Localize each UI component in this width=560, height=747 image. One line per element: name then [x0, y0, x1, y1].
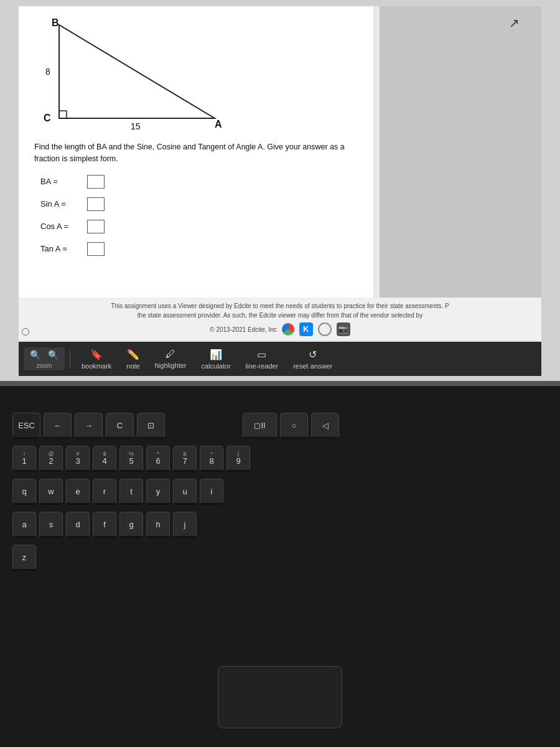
key-9-main: 9 [236, 457, 240, 465]
ba-input[interactable] [87, 175, 105, 189]
zoom-out-button[interactable]: 🔍 [27, 349, 43, 361]
key-1[interactable]: ! 1 [12, 446, 36, 472]
key-screenshot[interactable]: ⊡ [137, 413, 165, 439]
key-8[interactable]: * 8 [200, 446, 223, 472]
highlighter-label: highlighter [155, 362, 187, 369]
toolbar: 🔍 🔍 zoom 🔖 bookmark ✏️ note 🖊 highlighte… [19, 342, 541, 376]
key-back[interactable]: ← [44, 413, 72, 439]
key-z[interactable]: z [12, 545, 36, 571]
reset-answer-label: reset answer [293, 362, 332, 370]
svg-text:A: A [215, 119, 222, 129]
copyright-text: © 2013-2021 Edcite, Inc [210, 325, 276, 334]
bookmark-button[interactable]: 🔖 bookmark [75, 346, 118, 372]
svg-text:C: C [44, 113, 51, 123]
key-i[interactable]: i [200, 479, 223, 505]
key-t-label: t [130, 487, 133, 496]
key-multitask[interactable]: ◻II [243, 413, 277, 439]
key-f[interactable]: f [93, 512, 116, 538]
key-t[interactable]: t [119, 479, 143, 505]
key-4-main: 4 [102, 457, 106, 465]
key-q-label: q [22, 487, 26, 496]
right-panel: ↗ [380, 6, 541, 311]
key-4[interactable]: $ 4 [93, 446, 116, 472]
key-2[interactable]: @ 2 [39, 446, 63, 472]
key-refresh-label: C [117, 421, 123, 430]
key-a-label: a [22, 520, 26, 529]
divider-1 [70, 350, 70, 369]
key-y[interactable]: y [146, 479, 170, 505]
svg-text:B: B [52, 19, 59, 28]
keyboard-row-1: ! 1 @ 2 # 3 $ 4 % 5 ^ 6 & 7 * 8 [12, 446, 250, 472]
key-h-label: h [156, 520, 160, 529]
zoom-in-button[interactable]: 🔍 [45, 349, 61, 361]
touchpad[interactable] [218, 666, 342, 728]
key-r[interactable]: r [93, 479, 116, 505]
key-j[interactable]: j [173, 512, 197, 538]
tan-label: Tan A = [40, 244, 87, 253]
tan-row: Tan A = [40, 242, 358, 256]
svg-marker-0 [59, 25, 215, 118]
footer-area: This assignment uses a Viewer designed b… [19, 298, 541, 340]
key-5-main: 5 [129, 457, 133, 465]
key-esc[interactable]: ESC [12, 413, 40, 439]
key-7-main: 7 [182, 457, 187, 465]
key-3[interactable]: # 3 [66, 446, 90, 472]
calculator-button[interactable]: 📊 calculator [195, 346, 236, 372]
key-multitask-label: ◻II [254, 421, 265, 430]
key-back-label: ← [54, 421, 62, 430]
key-bright-up[interactable]: ◁ [311, 413, 339, 439]
key-a[interactable]: a [12, 512, 36, 538]
k-icon: K [299, 322, 313, 336]
screen-content: B A C 8 15 Find the length of BA and the… [19, 6, 541, 376]
key-z-label: z [22, 553, 27, 561]
key-6-main: 6 [156, 457, 160, 465]
key-bright-down[interactable]: ○ [280, 413, 308, 439]
key-h[interactable]: h [146, 512, 170, 538]
key-8-main: 8 [209, 457, 213, 465]
key-6[interactable]: ^ 6 [146, 446, 170, 472]
small-circle [22, 328, 29, 336]
sin-input[interactable] [87, 197, 105, 211]
calculator-icon: 📊 [210, 349, 222, 360]
tan-input[interactable] [87, 242, 105, 256]
footer-text1: This assignment uses a Viewer designed b… [28, 301, 532, 311]
zoom-controls[interactable]: 🔍 🔍 zoom [24, 347, 65, 370]
footer-text2: the state assessment provider. As such, … [28, 311, 532, 320]
highlighter-button[interactable]: 🖊 highlighter [149, 346, 193, 372]
chrome-icon [282, 323, 294, 336]
ba-row: BA = [40, 175, 358, 189]
reset-answer-button[interactable]: ↺ reset answer [287, 346, 338, 372]
cos-label: Cos A = [40, 222, 87, 231]
key-s[interactable]: s [39, 512, 63, 538]
note-icon: ✏️ [127, 349, 139, 360]
key-d[interactable]: d [66, 512, 90, 538]
line-reader-button[interactable]: ▭ line-reader [240, 346, 285, 372]
note-button[interactable]: ✏️ note [120, 346, 146, 372]
bookmark-label: bookmark [82, 362, 111, 370]
key-w-label: w [48, 487, 54, 496]
key-r-label: r [103, 487, 106, 496]
cos-input[interactable] [87, 220, 105, 233]
line-reader-label: line-reader [246, 362, 279, 370]
key-s-label: s [49, 520, 54, 529]
key-q[interactable]: q [12, 479, 36, 505]
cos-row: Cos A = [40, 220, 358, 233]
key-refresh[interactable]: C [106, 413, 134, 439]
key-3-main: 3 [75, 457, 80, 465]
key-u[interactable]: u [173, 479, 197, 505]
key-forward[interactable]: → [75, 413, 103, 439]
key-bright-up-label: ◁ [322, 421, 329, 430]
key-w[interactable]: w [39, 479, 63, 505]
circle-icon [318, 322, 332, 336]
zoom-label: zoom [37, 362, 52, 369]
paper-area: B A C 8 15 Find the length of BA and the… [19, 6, 373, 311]
svg-text:15: 15 [131, 121, 141, 131]
key-e[interactable]: e [66, 479, 90, 505]
key-g[interactable]: g [119, 512, 143, 538]
keyboard-area: ESC ← → C ⊡ ◻II ○ ◁ ! 1 @ 2 [0, 391, 560, 747]
key-y-label: y [156, 487, 161, 496]
key-7[interactable]: & 7 [173, 446, 197, 472]
key-5[interactable]: % 5 [119, 446, 143, 472]
key-9[interactable]: ( 9 [226, 446, 250, 472]
question-text: Find the length of BA and the Sine, Cosi… [34, 141, 358, 165]
